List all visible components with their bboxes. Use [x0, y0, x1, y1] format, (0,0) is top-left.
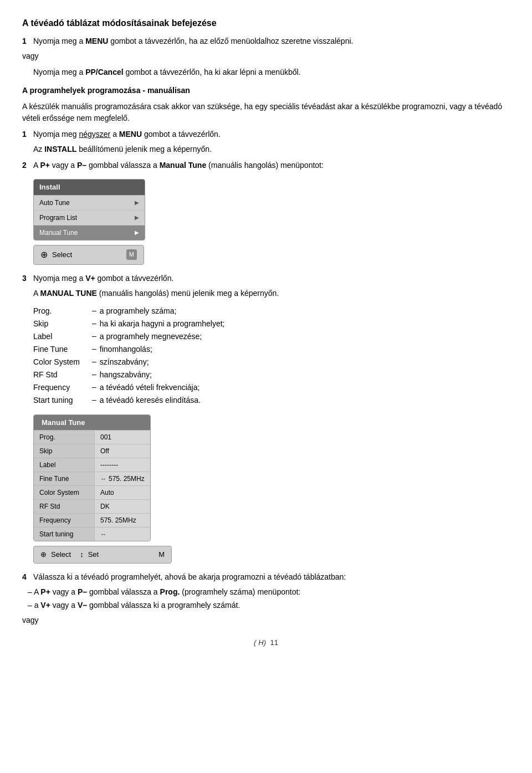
info-row-desc: hangszabvány;: [100, 368, 228, 381]
manual-row-3: Fine Tune ↔575. 25MHz: [34, 472, 150, 485]
manual-row-1: Skip Off: [34, 444, 150, 458]
section3-item3-number: 3: [22, 273, 30, 284]
manual-row-right: Off: [95, 444, 150, 458]
manual-row-left: Fine Tune: [34, 472, 95, 485]
info-row-dash: –: [89, 318, 100, 330]
install-m-badge: M: [126, 249, 137, 260]
info-row-1: Skip – ha ki akarja hagyni a programhely…: [33, 318, 228, 330]
manual-row-right: DK: [95, 500, 150, 513]
manual-row-right: 001: [95, 431, 150, 444]
info-row-0: Prog. – a programhely száma;: [33, 305, 228, 318]
manual-row-left: Prog.: [34, 431, 95, 444]
install-menu-item-programlist[interactable]: Program List ▶: [34, 210, 145, 225]
info-row-3: Fine Tune – finomhangolás;: [33, 343, 228, 356]
manual-tune-box: Manual Tune Prog. 001 Skip Off Label ---…: [33, 414, 151, 542]
section4-or: vagy: [22, 615, 510, 626]
info-row-label: Start tuning: [33, 394, 89, 407]
info-table: Prog. – a programhely száma; Skip – ha k…: [33, 305, 510, 407]
install-menu-title: Install: [34, 180, 145, 195]
info-row-label: Skip: [33, 318, 89, 330]
manual-tune-title: Manual Tune: [34, 415, 150, 431]
h-letter: H: [258, 638, 263, 647]
section2-item2-number: 2: [22, 160, 30, 171]
item1-text: Nyomja meg a MENU gombot a távvezérlőn, …: [33, 35, 353, 47]
info-row-dash: –: [89, 394, 100, 407]
info-row-dash: –: [89, 343, 100, 356]
manual-row-right: ↔575. 25MHz: [95, 472, 150, 485]
section1-or-detail: Nyomja meg a PP/Cancel gombot a távvezér…: [33, 66, 510, 78]
manual-row-left: Color System: [34, 486, 95, 499]
manual-row-4: Color System Auto: [34, 485, 150, 499]
manual-row-left: Frequency: [34, 514, 95, 527]
manual-select-icon: ⊕: [40, 549, 47, 560]
manual-tune-container: Manual Tune Prog. 001 Skip Off Label ---…: [33, 414, 510, 564]
section4-dash2: – a V+ vagy a V– gombbal válassza ki a p…: [28, 600, 510, 611]
info-row-5: RF Std – hangszabvány;: [33, 368, 228, 381]
info-row-6: Frequency – a tévéadó vételi frekvenciáj…: [33, 381, 228, 394]
info-row-dash: –: [89, 368, 100, 381]
manual-row-0: Prog. 001: [34, 430, 150, 444]
info-row-dash: –: [89, 381, 100, 394]
info-row-label: RF Std: [33, 368, 89, 381]
info-row-label: Prog.: [33, 305, 89, 318]
section2-install-text: Az INSTALL beállítómenü jelenik meg a ké…: [33, 144, 510, 155]
row-arrow-icon: ↔: [100, 474, 106, 484]
manual-row-left: Label: [34, 458, 95, 472]
section3-item3: 3 Nyomja meg a V+ gombot a távvezérlőn.: [22, 273, 510, 284]
h-badge-close: ): [264, 638, 266, 647]
info-row-dash: –: [89, 330, 100, 343]
install-menu-item-autotune[interactable]: Auto Tune ▶: [34, 195, 145, 210]
manualtune-arrow: ▶: [135, 228, 139, 237]
h-badge: (: [254, 638, 256, 647]
info-row-label: Label: [33, 330, 89, 343]
manual-row-right: 575. 25MHz: [95, 514, 150, 527]
autotune-label: Auto Tune: [39, 198, 70, 208]
section1-or: vagy: [22, 50, 510, 62]
section2-item1-number: 1: [22, 129, 30, 140]
install-select-label: Select: [52, 249, 72, 260]
manual-row-right: --------: [95, 458, 150, 472]
section4-dash1: – A P+ vagy a P– gombbal válassza a Prog…: [28, 586, 510, 598]
row-arrow-icon: ↔: [100, 530, 106, 539]
info-row-label: Color System: [33, 356, 89, 368]
item1-number: 1: [22, 35, 30, 47]
info-row-desc: a tévéadó vételi frekvenciája;: [100, 381, 228, 394]
info-row-dash: –: [89, 356, 100, 368]
manual-row-right: Auto: [95, 486, 150, 499]
info-row-7: Start tuning – a tévéadó keresés elindít…: [33, 394, 228, 407]
section4-item4-text: Válassza ki a tévéadó programhelyét, aho…: [33, 571, 346, 583]
info-row-desc: finomhangolás;: [100, 343, 228, 356]
install-select-bar: ⊕ Select M: [33, 245, 144, 265]
section2-item1: 1 Nyomja meg négyszer a MENU gombot a tá…: [22, 129, 510, 140]
page-title: A tévéadó táblázat módosításainak befeje…: [22, 17, 510, 30]
info-row-desc: a tévéadó keresés elindítása.: [100, 394, 228, 407]
section2-heading: A programhelyek programozása - manuálisa…: [22, 85, 510, 96]
section4-item4-number: 4: [22, 571, 30, 583]
select-icon: ⊕: [40, 248, 48, 262]
manual-row-2: Label --------: [34, 458, 150, 472]
info-row-2: Label – a programhely megnevezése;: [33, 330, 228, 343]
section3-item3-text: Nyomja meg a V+ gombot a távvezérlőn.: [33, 273, 173, 284]
manual-row-left: RF Std: [34, 500, 95, 513]
page-number: 11: [270, 638, 278, 647]
manual-m-badge: M: [158, 549, 165, 560]
section2-body: A készülék manuális programozására csak …: [22, 101, 510, 124]
info-row-4: Color System – színszabvány;: [33, 356, 228, 368]
section4-dash-list: – A P+ vagy a P– gombbal válassza a Prog…: [28, 586, 510, 611]
info-row-desc: színszabvány;: [100, 356, 228, 368]
autotune-arrow: ▶: [135, 198, 139, 207]
manual-set-arrow: ↕: [80, 549, 84, 560]
info-row-dash: –: [89, 305, 100, 318]
manual-row-left: Start tuning: [34, 528, 95, 541]
install-menu-box: Install Auto Tune ▶ Program List ▶ Manua…: [33, 179, 145, 240]
manual-row-7: Start tuning ↔: [34, 527, 150, 541]
programlist-arrow: ▶: [135, 213, 139, 222]
programlist-label: Program List: [39, 213, 77, 223]
section4-item4: 4 Válassza ki a tévéadó programhelyét, a…: [22, 571, 510, 583]
install-menu-item-manualtune[interactable]: Manual Tune ▶: [34, 225, 145, 240]
page-number-bar: (H) 11: [22, 637, 510, 648]
manual-set-label: Set: [88, 549, 99, 560]
manual-select-label: Select: [51, 549, 71, 560]
section3-manual-tune-text: A MANUAL TUNE (manuális hangolás) menü j…: [33, 288, 510, 299]
manual-row-5: RF Std DK: [34, 499, 150, 513]
